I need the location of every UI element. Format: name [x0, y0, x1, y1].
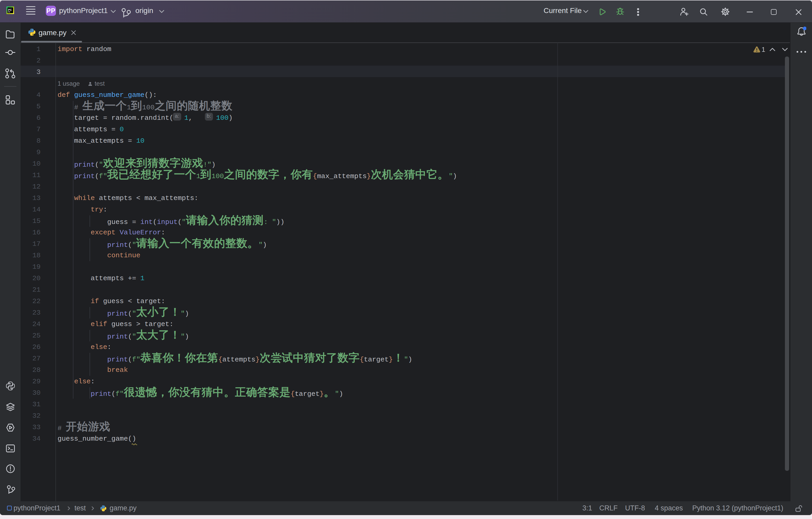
svg-text:PC: PC — [8, 8, 12, 11]
